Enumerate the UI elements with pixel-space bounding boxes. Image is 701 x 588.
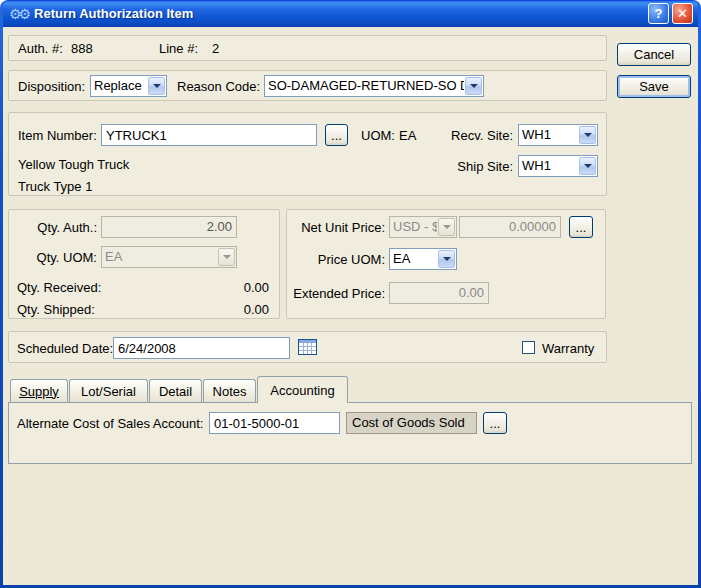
account-description-field: Cost of Goods Sold	[346, 412, 477, 434]
tab-detail[interactable]: Detail	[149, 379, 202, 402]
tab-lot-serial[interactable]: Lot/Serial	[69, 379, 148, 402]
scheduled-date-input[interactable]	[113, 337, 290, 359]
header-panel: Auth. #: 888 Line #: 2	[8, 35, 607, 61]
tab-notes[interactable]: Notes	[203, 379, 256, 402]
scheduled-date-label: Scheduled Date:	[17, 341, 113, 356]
disposition-select[interactable]: Replace	[90, 75, 167, 97]
ship-site-select[interactable]: WH1	[518, 155, 598, 177]
chevron-down-icon	[148, 77, 165, 95]
item-description-line2: Truck Type 1	[18, 179, 92, 194]
disposition-label: Disposition:	[18, 79, 85, 94]
accounting-tab-panel: Alternate Cost of Sales Account: Cost of…	[8, 402, 692, 464]
window-title: Return Authorization Item	[34, 6, 645, 21]
qty-shipped-value: 0.00	[189, 302, 269, 317]
extended-price-field: 0.00	[389, 282, 489, 304]
save-button[interactable]: Save	[617, 75, 691, 98]
ship-site-label: Ship Site:	[439, 159, 513, 174]
qty-received-label: Qty. Received:	[17, 280, 101, 295]
line-number-label: Line #:	[159, 41, 198, 56]
chevron-down-icon	[438, 250, 455, 268]
cancel-button[interactable]: Cancel	[617, 43, 691, 66]
alternate-cost-account-label: Alternate Cost of Sales Account:	[17, 416, 203, 431]
warranty-checkbox[interactable]	[522, 341, 535, 354]
close-button[interactable]: ✕	[672, 3, 693, 24]
item-description-line1: Yellow Tough Truck	[18, 157, 129, 172]
tab-supply[interactable]: Supply	[10, 379, 68, 402]
item-number-input[interactable]	[101, 124, 317, 146]
item-number-label: Item Number:	[18, 128, 97, 143]
return-authorization-item-dialog: ⚙⚙ Return Authorization Item ? ✕ Auth. #…	[0, 0, 701, 588]
qty-shipped-label: Qty. Shipped:	[17, 302, 95, 317]
calendar-button[interactable]	[297, 337, 319, 358]
tab-lot-serial-label: Lot/Serial	[81, 384, 136, 399]
net-unit-price-field: 0.00000	[459, 216, 561, 238]
chevron-down-icon	[465, 77, 482, 95]
chevron-down-icon	[438, 218, 455, 236]
reason-code-select[interactable]: SO-DAMAGED-RETURNED-SO D	[264, 75, 484, 97]
tab-supply-label: Supply	[19, 384, 59, 399]
reason-code-label: Reason Code:	[177, 79, 260, 94]
disposition-panel: Disposition: Replace Reason Code: SO-DAM…	[8, 70, 607, 101]
extended-price-label: Extended Price:	[291, 286, 385, 301]
tab-accounting[interactable]: Accounting	[257, 376, 348, 403]
item-panel: Item Number: ... UOM: EA Recv. Site: WH1…	[8, 112, 607, 196]
chevron-down-icon	[579, 157, 596, 175]
disposition-value: Replace	[91, 76, 147, 96]
uom-value: EA	[399, 128, 416, 143]
chevron-down-icon	[218, 248, 235, 266]
recv-site-label: Recv. Site:	[439, 128, 513, 143]
line-number-value: 2	[212, 41, 219, 56]
tab-accounting-label: Accounting	[270, 383, 334, 398]
qty-uom-select: EA	[101, 246, 237, 268]
item-browse-button[interactable]: ...	[325, 124, 348, 146]
price-uom-value: EA	[390, 249, 437, 269]
auth-number-label: Auth. #:	[18, 41, 63, 56]
net-unit-price-label: Net Unit Price:	[291, 220, 385, 235]
qty-auth-field: 2.00	[101, 216, 237, 238]
tab-notes-label: Notes	[213, 384, 247, 399]
recv-site-select[interactable]: WH1	[518, 124, 598, 146]
ship-site-value: WH1	[519, 156, 578, 176]
warranty-label: Warranty	[542, 341, 594, 356]
titlebar[interactable]: ⚙⚙ Return Authorization Item ? ✕	[3, 0, 698, 27]
help-button[interactable]: ?	[648, 3, 669, 24]
schedule-panel: Scheduled Date: Warranty	[8, 331, 607, 363]
gears-icon: ⚙⚙	[9, 7, 28, 21]
calendar-icon	[297, 337, 318, 357]
reason-code-value: SO-DAMAGED-RETURNED-SO D	[265, 76, 464, 96]
price-panel: Net Unit Price: USD - $ 0.00000 ... Pric…	[286, 209, 606, 319]
alternate-cost-account-input[interactable]	[209, 412, 340, 434]
account-browse-button[interactable]: ...	[483, 412, 507, 434]
dialog-content: Auth. #: 888 Line #: 2 Cancel Save Dispo…	[3, 27, 698, 585]
qty-uom-value: EA	[102, 247, 217, 267]
recv-site-value: WH1	[519, 125, 578, 145]
qty-auth-label: Qty. Auth.:	[13, 220, 97, 235]
tab-detail-label: Detail	[159, 384, 192, 399]
currency-select: USD - $	[389, 216, 457, 238]
currency-value: USD - $	[390, 217, 437, 237]
quantity-panel: Qty. Auth.: 2.00 Qty. UOM: EA Qty. Recei…	[8, 209, 280, 319]
price-uom-select[interactable]: EA	[389, 248, 457, 270]
chevron-down-icon	[579, 126, 596, 144]
auth-number-value: 888	[71, 41, 93, 56]
qty-uom-label: Qty. UOM:	[13, 250, 97, 265]
price-browse-button[interactable]: ...	[569, 216, 593, 238]
price-uom-label: Price UOM:	[291, 252, 385, 267]
uom-label: UOM:	[361, 128, 395, 143]
qty-received-value: 0.00	[189, 280, 269, 295]
